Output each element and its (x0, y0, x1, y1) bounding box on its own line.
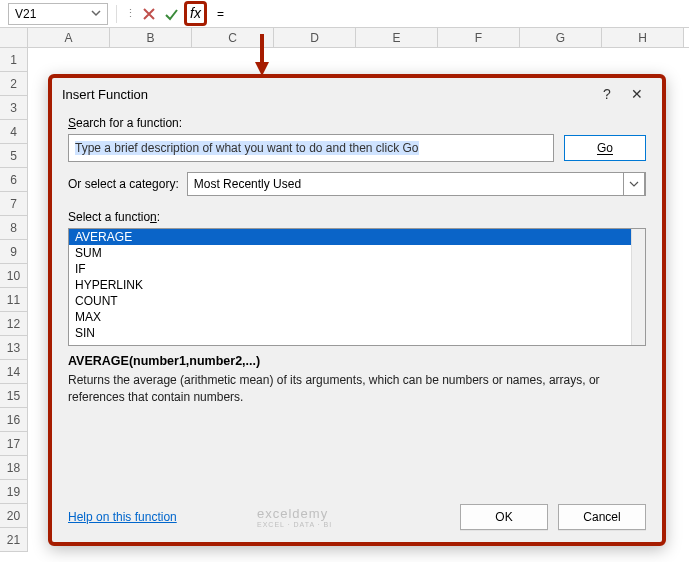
category-value: Most Recently Used (194, 177, 301, 191)
list-item[interactable]: COUNT (69, 293, 645, 309)
divider (116, 5, 117, 23)
column-header[interactable]: G (520, 28, 602, 47)
column-header[interactable]: E (356, 28, 438, 47)
row-header[interactable]: 19 (0, 480, 28, 504)
row-header[interactable]: 4 (0, 120, 28, 144)
row-header[interactable]: 21 (0, 528, 28, 552)
row-header[interactable]: 9 (0, 240, 28, 264)
row-header[interactable]: 6 (0, 168, 28, 192)
list-item[interactable]: AVERAGE (69, 229, 645, 245)
list-item[interactable]: HYPERLINK (69, 277, 645, 293)
callout-arrow-icon (252, 34, 272, 82)
function-description: Returns the average (arithmetic mean) of… (68, 372, 646, 407)
row-header[interactable]: 5 (0, 144, 28, 168)
cancel-button[interactable]: Cancel (558, 504, 646, 530)
row-header[interactable]: 1 (0, 48, 28, 72)
insert-function-dialog: Insert Function ? ✕ Search for a functio… (48, 74, 666, 546)
help-icon[interactable]: ? (592, 86, 622, 102)
ok-button[interactable]: OK (460, 504, 548, 530)
row-header[interactable]: 17 (0, 432, 28, 456)
list-item[interactable]: SUM (69, 245, 645, 261)
row-header[interactable]: 3 (0, 96, 28, 120)
row-header[interactable]: 18 (0, 456, 28, 480)
list-item[interactable]: SIN (69, 325, 645, 341)
list-item[interactable]: MAX (69, 309, 645, 325)
dialog-body: Search for a function: Type a brief desc… (52, 110, 662, 417)
select-function-label: Select a function: (68, 210, 646, 224)
enter-icon[interactable] (162, 5, 180, 23)
row-header-col: 1 2 3 4 5 6 7 8 9 10 11 12 13 14 15 16 1… (0, 48, 28, 552)
row-header[interactable]: 8 (0, 216, 28, 240)
column-header[interactable]: A (28, 28, 110, 47)
row-header[interactable]: 14 (0, 360, 28, 384)
category-label: Or select a category: (68, 177, 179, 191)
list-item[interactable]: IF (69, 261, 645, 277)
cancel-icon[interactable] (140, 5, 158, 23)
row-header[interactable]: 2 (0, 72, 28, 96)
column-header-row: A B C D E F G H (0, 28, 689, 48)
column-header[interactable]: B (110, 28, 192, 47)
insert-function-button[interactable]: fx (184, 1, 207, 26)
go-label: Go (597, 141, 613, 155)
row-header[interactable]: 12 (0, 312, 28, 336)
row-header[interactable]: 10 (0, 264, 28, 288)
chevron-down-icon[interactable] (623, 172, 645, 196)
fx-label: fx (190, 5, 201, 21)
row-header[interactable]: 15 (0, 384, 28, 408)
dialog-title: Insert Function (62, 87, 148, 102)
dialog-footer: Help on this function exceldemy EXCEL · … (68, 504, 646, 530)
function-signature: AVERAGE(number1,number2,...) (68, 354, 646, 368)
search-value: Type a brief description of what you wan… (75, 141, 419, 155)
row-header[interactable]: 20 (0, 504, 28, 528)
row-header[interactable]: 7 (0, 192, 28, 216)
row-header[interactable]: 11 (0, 288, 28, 312)
function-list[interactable]: AVERAGE SUM IF HYPERLINK COUNT MAX SIN (68, 228, 646, 346)
name-box[interactable]: V21 (8, 3, 108, 25)
row-header[interactable]: 16 (0, 408, 28, 432)
go-button[interactable]: Go (564, 135, 646, 161)
scrollbar[interactable] (631, 229, 645, 345)
name-box-value: V21 (15, 7, 36, 21)
formula-bar: V21 ⋮ fx = (0, 0, 689, 28)
select-all-corner[interactable] (0, 28, 28, 47)
column-header[interactable]: D (274, 28, 356, 47)
dialog-titlebar[interactable]: Insert Function ? ✕ (52, 78, 662, 110)
row-header[interactable]: 13 (0, 336, 28, 360)
formula-input[interactable]: = (211, 7, 681, 21)
close-icon[interactable]: ✕ (622, 86, 652, 102)
search-input[interactable]: Type a brief description of what you wan… (68, 134, 554, 162)
vertical-dots-icon: ⋮ (125, 7, 136, 20)
category-select[interactable]: Most Recently Used (187, 172, 646, 196)
watermark: exceldemy EXCEL · DATA · BI (257, 506, 332, 528)
search-label: Search for a function: (68, 116, 646, 130)
chevron-down-icon[interactable] (91, 7, 101, 21)
help-link[interactable]: Help on this function (68, 510, 177, 524)
column-header[interactable]: F (438, 28, 520, 47)
formula-value: = (217, 7, 224, 21)
column-header[interactable]: H (602, 28, 684, 47)
